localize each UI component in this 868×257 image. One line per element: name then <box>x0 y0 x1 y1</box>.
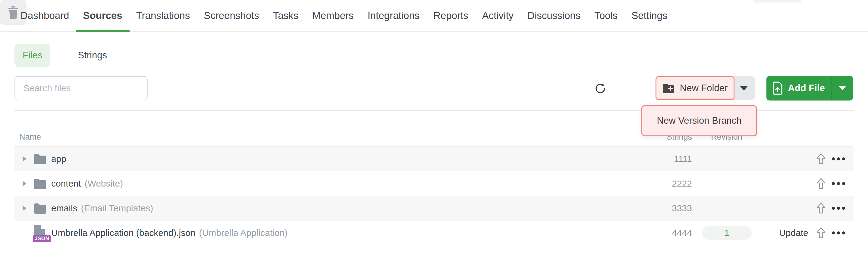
nav-tab-discussions[interactable]: Discussions <box>527 0 581 32</box>
upload-button[interactable] <box>813 225 829 241</box>
strings-count: 3333 <box>620 203 692 213</box>
new-folder-label: New Folder <box>680 83 728 94</box>
new-version-branch-menu-item[interactable]: New Version Branch <box>641 105 757 136</box>
upload-button[interactable] <box>813 151 829 167</box>
table-row[interactable]: content(Website)2222 <box>14 171 854 196</box>
folder-icon <box>33 153 47 164</box>
row-note: (Umbrella Application) <box>199 228 287 238</box>
upload-icon <box>816 202 826 214</box>
strings-count: 4444 <box>620 228 692 238</box>
row-label: content(Website) <box>51 179 123 189</box>
add-file-button[interactable]: Add File <box>767 76 831 101</box>
new-folder-dropdown-toggle[interactable] <box>733 76 755 100</box>
row-note: (Website) <box>84 179 123 188</box>
upload-button[interactable] <box>813 176 829 191</box>
strings-count: 2222 <box>620 179 692 189</box>
row-menu-button[interactable] <box>830 202 847 214</box>
caret-down-icon <box>740 86 748 90</box>
nav-tab-translations[interactable]: Translations <box>136 0 190 32</box>
add-file-split-button: Add File <box>767 76 853 101</box>
column-header-name: Name <box>19 133 41 142</box>
upload-icon <box>816 153 826 165</box>
row-name: app <box>51 154 66 164</box>
refresh-button[interactable] <box>591 79 610 98</box>
revision-badge: 1 <box>702 226 752 240</box>
row-name: Umbrella Application (backend).json <box>51 228 195 238</box>
nav-tab-members[interactable]: Members <box>312 0 354 32</box>
json-badge: JSON <box>33 235 51 242</box>
nav-tab-activity[interactable]: Activity <box>482 0 514 32</box>
folder-icon <box>33 203 47 214</box>
ellipsis-menu-icon <box>832 231 835 234</box>
ellipsis-menu-icon <box>832 182 835 185</box>
nav-tab-sources[interactable]: Sources <box>83 0 122 32</box>
add-file-label: Add File <box>788 83 825 94</box>
row-label: emails(Email Templates) <box>51 203 153 213</box>
view-tabs: Files Strings <box>14 44 107 67</box>
expand-caret-icon[interactable] <box>23 179 32 189</box>
refresh-icon <box>594 82 607 95</box>
caret-down-icon <box>839 86 846 90</box>
expand-caret-icon[interactable] <box>23 154 32 164</box>
row-label: Umbrella Application (backend).json(Umbr… <box>51 228 287 238</box>
table-row[interactable]: app1111 <box>14 147 854 171</box>
strings-count: 1111 <box>620 154 692 164</box>
add-file-dropdown-toggle[interactable] <box>831 76 853 101</box>
ellipsis-menu-icon <box>832 207 835 210</box>
row-menu-button[interactable] <box>830 227 847 239</box>
row-name: content <box>51 179 81 188</box>
row-menu-button[interactable] <box>830 178 847 190</box>
file-upload-icon <box>772 81 783 95</box>
nav-tab-integrations[interactable]: Integrations <box>368 0 420 32</box>
tab-files[interactable]: Files <box>14 44 50 67</box>
top-nav: DashboardSourcesTranslationsScreenshotsT… <box>0 0 868 32</box>
upload-icon <box>816 178 826 190</box>
folder-plus-icon <box>662 83 675 93</box>
nav-tab-tools[interactable]: Tools <box>594 0 618 32</box>
expand-caret-icon[interactable] <box>23 203 32 213</box>
nav-tab-screenshots[interactable]: Screenshots <box>204 0 259 32</box>
new-folder-split-button: New Folder <box>655 76 755 100</box>
table-row[interactable]: JSONUmbrella Application (backend).json(… <box>14 221 854 245</box>
upload-icon <box>816 227 826 239</box>
upload-button[interactable] <box>813 200 829 216</box>
search-input[interactable] <box>14 76 148 100</box>
json-file-icon: JSON <box>33 224 47 241</box>
cutoff-toast <box>753 0 801 3</box>
new-folder-button[interactable]: New Folder <box>655 76 735 100</box>
row-label: app <box>51 154 66 164</box>
update-link[interactable]: Update <box>779 228 808 238</box>
tab-strings[interactable]: Strings <box>78 50 107 61</box>
table-row[interactable]: emails(Email Templates)3333 <box>14 196 854 221</box>
nav-tab-dashboard[interactable]: Dashboard <box>21 0 69 32</box>
folder-icon <box>33 178 47 189</box>
row-menu-button[interactable] <box>830 153 847 165</box>
nav-tab-reports[interactable]: Reports <box>433 0 468 32</box>
ellipsis-menu-icon <box>832 157 835 160</box>
row-note: (Email Templates) <box>81 203 153 213</box>
nav-tab-settings[interactable]: Settings <box>631 0 667 32</box>
row-name: emails <box>51 203 78 213</box>
nav-tab-tasks[interactable]: Tasks <box>273 0 299 32</box>
file-table-body: app1111content(Website)2222emails(Email … <box>14 146 854 245</box>
